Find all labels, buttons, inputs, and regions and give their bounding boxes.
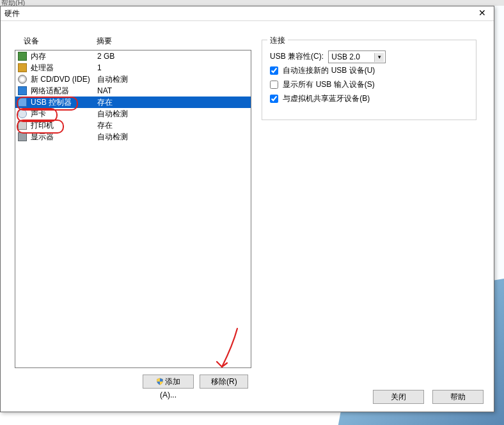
dialog-close-button[interactable]: ✕	[471, 6, 494, 20]
connection-group-title: 连接	[267, 35, 288, 46]
device-value: 自动检测	[97, 108, 128, 120]
close-button[interactable]: 关闭	[373, 390, 424, 404]
usb-compat-row: USB 兼容性(C): USB 2.0 ▾	[270, 49, 468, 63]
connection-group: 连接 USB 兼容性(C): USB 2.0 ▾ 自动连接新的 USB 设备(U…	[262, 40, 476, 120]
device-label: 打印机	[31, 120, 54, 131]
col-summary: 摘要	[97, 36, 112, 47]
help-button-label: 帮助	[450, 392, 466, 401]
checkbox-share-bt[interactable]	[270, 95, 278, 103]
cd-icon	[18, 75, 27, 84]
device-panel: 设备 摘要 内存 2 GB 处理器 1 新 CD/DVD (IDE) 自动检测	[15, 36, 251, 47]
checkbox-label-3: 与虚拟机共享蓝牙设备(B)	[283, 94, 370, 103]
device-row-cpu[interactable]: 处理器 1	[15, 62, 251, 73]
memory-icon	[18, 52, 27, 61]
usb-compat-value: USB 2.0	[331, 52, 360, 61]
display-icon	[18, 132, 27, 141]
dialog-bottom-buttons: 关闭 帮助	[366, 390, 484, 404]
checkbox-row-2: 显示所有 USB 输入设备(S)	[270, 77, 468, 91]
window-toolbar-strip: 帮助(H)	[0, 0, 504, 6]
chevron-down-icon: ▾	[374, 53, 384, 62]
uac-shield-icon	[156, 378, 164, 385]
checkbox-label-2: 显示所有 USB 输入设备(S)	[283, 80, 374, 89]
device-row-cd[interactable]: 新 CD/DVD (IDE) 自动检测	[15, 73, 251, 85]
device-row-sound[interactable]: 声卡 自动检测	[15, 108, 251, 120]
checkbox-auto-connect[interactable]	[270, 66, 278, 75]
checkbox-show-all[interactable]	[270, 81, 278, 89]
checkbox-label-1: 自动连接新的 USB 设备(U)	[283, 66, 375, 75]
device-value: NAT	[97, 85, 112, 97]
device-label: 网络适配器	[31, 85, 69, 97]
screen: 帮助(H) Mware Air 硬件 ✕ 设备 摘要 内存 2 GB	[0, 0, 504, 425]
help-button[interactable]: 帮助	[432, 390, 484, 404]
device-row-usb[interactable]: USB 控制器 存在	[15, 97, 251, 108]
usb-compat-combo[interactable]: USB 2.0 ▾	[328, 50, 386, 63]
printer-icon	[18, 121, 27, 130]
close-button-label: 关闭	[391, 392, 406, 401]
cpu-icon	[18, 63, 27, 72]
sound-icon	[18, 109, 27, 118]
device-label: 内存	[31, 50, 46, 62]
device-columns: 设备 摘要	[15, 36, 251, 47]
device-list[interactable]: 内存 2 GB 处理器 1 新 CD/DVD (IDE) 自动检测 网络适配器 …	[15, 50, 251, 368]
usb-compat-label: USB 兼容性(C):	[270, 49, 324, 63]
device-value: 存在	[97, 97, 113, 108]
dialog-title: 硬件	[4, 8, 20, 19]
checkbox-row-3: 与虚拟机共享蓝牙设备(B)	[270, 91, 468, 105]
device-value: 自动检测	[97, 131, 128, 143]
device-row-display[interactable]: 显示器 自动检测	[15, 131, 251, 143]
remove-button[interactable]: 移除(R)	[200, 375, 248, 389]
dialog-titlebar[interactable]: 硬件 ✕	[1, 6, 494, 21]
hardware-dialog: 硬件 ✕ 设备 摘要 内存 2 GB 处理器 1	[0, 6, 494, 412]
device-label: USB 控制器	[31, 97, 72, 108]
device-label: 处理器	[31, 62, 54, 73]
device-value: 2 GB	[97, 50, 114, 62]
col-device: 设备	[24, 36, 39, 47]
remove-button-label: 移除(R)	[211, 377, 237, 386]
device-row-net[interactable]: 网络适配器 NAT	[15, 85, 251, 97]
device-label: 新 CD/DVD (IDE)	[31, 73, 90, 85]
device-value: 1	[97, 62, 102, 73]
device-action-buttons: 添加(A)... 移除(R)	[15, 375, 251, 391]
network-icon	[18, 86, 27, 95]
checkbox-row-1: 自动连接新的 USB 设备(U)	[270, 63, 468, 77]
add-button[interactable]: 添加(A)...	[143, 375, 194, 389]
device-value: 自动检测	[97, 73, 128, 85]
usb-icon	[18, 98, 27, 107]
device-label: 声卡	[31, 108, 46, 120]
device-row-printer[interactable]: 打印机 存在	[15, 120, 251, 131]
device-row-memory[interactable]: 内存 2 GB	[15, 50, 251, 62]
device-label: 显示器	[31, 131, 54, 143]
device-value: 存在	[97, 120, 113, 131]
